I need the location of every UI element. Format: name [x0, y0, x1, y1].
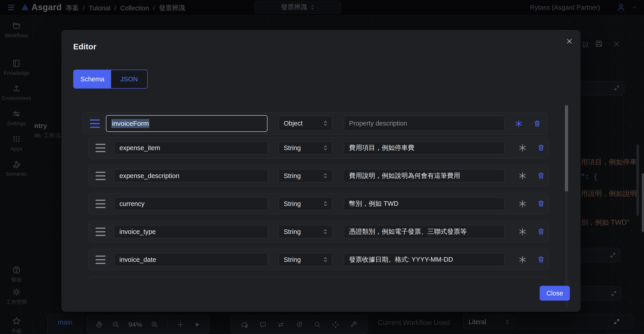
- run-icon[interactable]: [194, 321, 201, 328]
- align-nodes-icon[interactable]: [332, 321, 339, 328]
- scrollbar-thumb[interactable]: [565, 105, 568, 192]
- workflow-select[interactable]: 發票辨識: [255, 1, 341, 14]
- sidebar-item-knowledge[interactable]: Knowledge: [0, 59, 33, 77]
- required-toggle-icon[interactable]: [518, 171, 527, 180]
- updown-chevron-icon: [506, 319, 509, 325]
- branch-name: main: [58, 318, 72, 326]
- property-name-input[interactable]: [114, 225, 268, 238]
- breadcrumb-separator: /: [83, 4, 85, 12]
- property-name-input[interactable]: [114, 197, 268, 210]
- add-node-icon[interactable]: [176, 320, 184, 328]
- property-type-select[interactable]: String: [278, 141, 332, 154]
- rotate-icon[interactable]: [296, 321, 303, 328]
- tab-json[interactable]: JSON: [111, 70, 147, 88]
- property-type-select[interactable]: String: [278, 225, 332, 238]
- zoom-out-icon[interactable]: [112, 321, 120, 328]
- modal-scrollbar[interactable]: [565, 105, 568, 308]
- delete-row-icon[interactable]: [533, 119, 541, 128]
- code-fragment: 用說明，例如說明: [581, 189, 637, 198]
- sidebar-item-help[interactable]: 幫助: [0, 266, 33, 284]
- breadcrumb: 專案 / Tutorial / Collection / 發票辨識: [66, 4, 185, 12]
- required-toggle-icon[interactable]: [518, 255, 527, 264]
- required-toggle-icon[interactable]: [518, 199, 527, 208]
- entry-node-title-fragment: ntry: [34, 122, 47, 130]
- code-fragment: 用項目，例如停車: [581, 157, 637, 167]
- property-type-select[interactable]: String: [278, 169, 332, 182]
- sidebar-item-environment[interactable]: Environment: [0, 84, 33, 102]
- literal-select[interactable]: Literal: [463, 314, 514, 329]
- swap-arrows-icon[interactable]: [277, 321, 285, 328]
- help-circle-icon: [12, 266, 21, 274]
- window-scrollbar[interactable]: [642, 173, 644, 232]
- home-add-icon[interactable]: [241, 321, 248, 328]
- branch-tab[interactable]: main: [47, 314, 83, 334]
- property-name-input[interactable]: [114, 253, 268, 266]
- expand-icon[interactable]: [614, 85, 620, 91]
- sidebar-item-settings[interactable]: Settings: [0, 110, 33, 127]
- drag-handle-icon[interactable]: [96, 172, 106, 180]
- property-type-select[interactable]: String: [278, 253, 332, 266]
- expand-icon[interactable]: [611, 290, 617, 296]
- sidebar-item-workflows[interactable]: Workflows: [0, 22, 33, 39]
- breadcrumb-item[interactable]: 發票辨識: [159, 4, 185, 12]
- wrench-icon[interactable]: [350, 321, 358, 328]
- save-icon[interactable]: [595, 40, 603, 48]
- sidebar-item-apps[interactable]: Apps: [0, 135, 33, 152]
- tab-schema[interactable]: Schema: [74, 70, 111, 88]
- comment-icon[interactable]: [259, 321, 266, 328]
- breadcrumb-item[interactable]: 專案: [66, 4, 79, 12]
- schema-property-row: String: [88, 193, 549, 214]
- expand-icon[interactable]: [614, 318, 620, 325]
- property-description-input[interactable]: [344, 169, 504, 182]
- drag-handle-icon[interactable]: [96, 144, 106, 152]
- close-button[interactable]: Close: [540, 286, 570, 301]
- menu-icon[interactable]: [8, 5, 14, 10]
- required-toggle-icon[interactable]: [518, 227, 527, 236]
- root-description-input[interactable]: [344, 116, 504, 131]
- drag-handle-icon[interactable]: [90, 120, 100, 128]
- delete-row-icon[interactable]: [537, 143, 545, 152]
- property-name-input[interactable]: [114, 169, 268, 182]
- drag-handle-icon[interactable]: [96, 228, 106, 236]
- property-type-select[interactable]: String: [278, 197, 332, 210]
- type-value: String: [284, 200, 301, 208]
- pan-hand-icon[interactable]: [95, 321, 103, 328]
- panel-close-icon[interactable]: [613, 40, 620, 48]
- gear-icon: [12, 288, 21, 296]
- sidebar-item-upgrade[interactable]: 升級: [0, 316, 33, 334]
- drag-handle-icon[interactable]: [96, 200, 106, 208]
- property-description-input[interactable]: [344, 141, 504, 154]
- property-name-input[interactable]: [114, 141, 268, 154]
- root-name-input[interactable]: invoiceForm: [106, 115, 268, 132]
- zoom-in-icon[interactable]: [151, 321, 158, 328]
- right-panel-box: [577, 248, 620, 262]
- expand-icon[interactable]: [610, 252, 616, 258]
- sidebar-item-workspace[interactable]: 工作空間: [0, 288, 33, 306]
- property-description-input[interactable]: [344, 253, 504, 266]
- chevron-down-icon[interactable]: [631, 4, 638, 10]
- sidebar-item-semantic[interactable]: Semantic: [0, 160, 33, 178]
- user-icon[interactable]: [616, 3, 626, 12]
- breadcrumb-item[interactable]: Tutorial: [89, 4, 110, 12]
- updown-chevron-icon: [324, 120, 327, 126]
- network-icon: [12, 160, 21, 168]
- modal-close-icon[interactable]: [566, 38, 573, 44]
- breadcrumb-separator: /: [114, 4, 116, 12]
- root-type-select[interactable]: Object: [278, 116, 332, 131]
- delete-row-icon[interactable]: [537, 199, 545, 208]
- search-icon[interactable]: [314, 321, 321, 328]
- apps-grid-icon: [12, 135, 21, 143]
- breadcrumb-item[interactable]: Collection: [120, 4, 149, 12]
- delete-row-icon[interactable]: [537, 255, 545, 264]
- delete-row-icon[interactable]: [537, 171, 545, 180]
- property-description-input[interactable]: [344, 225, 504, 238]
- toolbar-divider: [168, 318, 168, 330]
- code-scrollbar[interactable]: [636, 144, 639, 216]
- code-fragment: 別，例如 TWD": [581, 218, 629, 227]
- drag-handle-icon[interactable]: [96, 256, 106, 264]
- required-toggle-icon[interactable]: [514, 119, 523, 128]
- property-description-input[interactable]: [344, 197, 504, 210]
- required-toggle-icon[interactable]: [518, 143, 527, 152]
- value-field[interactable]: [516, 314, 634, 329]
- delete-row-icon[interactable]: [537, 227, 545, 236]
